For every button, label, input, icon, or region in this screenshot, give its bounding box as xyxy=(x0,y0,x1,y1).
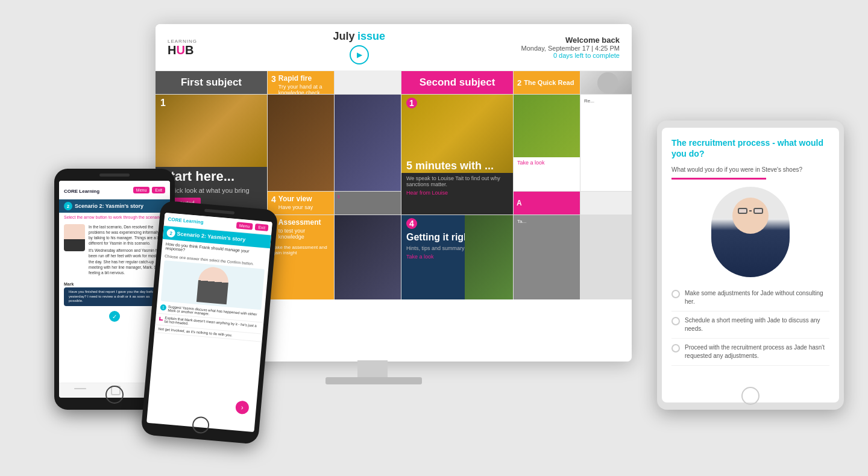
phone-r-menu-button[interactable]: Menu xyxy=(236,222,253,230)
tablet-person-image xyxy=(711,187,790,277)
first-subject-header: First subject xyxy=(156,71,267,94)
phone-r-answer-area xyxy=(161,260,265,310)
col3-row2-image xyxy=(335,95,401,191)
tablet-sub-question: What would you do if you were in Steve's… xyxy=(671,166,829,173)
monitor-stand xyxy=(357,360,388,378)
monitor-base xyxy=(326,377,422,384)
phone-camera-bar xyxy=(99,174,130,177)
tablet-question-title: The recruitment process - what would you… xyxy=(671,137,829,159)
col5-row2-card: Take a look xyxy=(514,95,580,191)
empty-cell-1 xyxy=(335,71,401,94)
five-minutes-card[interactable]: 1 5 minutes with ... We speak to Louise … xyxy=(401,95,513,215)
col5-row4-card: Ta... xyxy=(514,215,580,299)
quick-read-header: 2 The Quick Read xyxy=(514,71,580,94)
logo: LEARNING HUB xyxy=(168,39,197,56)
col6-row4 xyxy=(580,215,632,299)
rapid-fire-image xyxy=(268,95,334,191)
phone-menu-button[interactable]: Menu xyxy=(133,187,150,193)
phone-right-screen: CORE Learning Menu Exit 2 Scenario 2: Ya… xyxy=(146,213,272,432)
phone-r-exit-button[interactable]: Exit xyxy=(255,224,269,231)
phone-exit-button[interactable]: Exit xyxy=(152,187,165,193)
col6-row2-card: Re... xyxy=(580,95,632,191)
tablet-progress-bar xyxy=(671,178,766,180)
header-center: July issue xyxy=(333,30,385,64)
phone-scenario-bar: 2 Scenario 2: Yasmin's story xyxy=(59,199,170,213)
phone-right: CORE Learning Menu Exit 2 Scenario 2: Ya… xyxy=(140,200,278,445)
col3-row3: 3 xyxy=(335,192,401,215)
play-button[interactable] xyxy=(350,45,369,64)
phone-checkmark[interactable]: ✓ xyxy=(109,311,120,322)
tablet-content: The recruitment process - what would you… xyxy=(662,128,839,375)
rapid-fire-header: 3 Rapid fire Try your hand at a knowledg… xyxy=(268,71,334,94)
quick-read-thumbnail xyxy=(580,71,632,94)
phone-avatar-female xyxy=(64,224,85,251)
tablet-screen: The recruitment process - what would you… xyxy=(662,128,839,402)
second-subject-header: Second subject xyxy=(401,71,513,94)
phone-home-button[interactable] xyxy=(105,386,124,404)
phone-r-next-button[interactable]: › xyxy=(235,400,250,415)
tablet-home-button[interactable] xyxy=(741,387,760,405)
getting-it-right-card[interactable]: 4 Getting it right Hints, tips and summa… xyxy=(401,215,513,299)
tablet: The recruitment process - what would you… xyxy=(657,121,844,410)
tablet-option-3[interactable]: Proceed with the recruitment process as … xyxy=(671,339,829,366)
header-right: Welcome back Monday, September 17 | 4:25… xyxy=(521,36,620,59)
your-view-header: 4 Your view Have your say xyxy=(268,192,334,215)
tablet-option-1[interactable]: Make some adjustments for Jade without c… xyxy=(671,284,829,312)
col5-row3-header: A xyxy=(514,192,580,215)
col6-row3 xyxy=(580,192,632,215)
phone-mark-speech: Have you finished that report I gave you… xyxy=(64,287,165,306)
monitor-header: LEARNING HUB July issue Welcome back Mon… xyxy=(156,24,632,71)
tablet-option-2[interactable]: Schedule a short meeting with Jade to di… xyxy=(671,312,829,339)
phone-person-area: In the last scenario, Dan resolved the p… xyxy=(59,222,170,280)
phone-app-header: CORE Learning Menu Exit xyxy=(59,181,170,199)
assessment-header: 4 Assessment to test your knowledge Take… xyxy=(268,215,334,299)
col3-row4-image xyxy=(335,215,401,299)
